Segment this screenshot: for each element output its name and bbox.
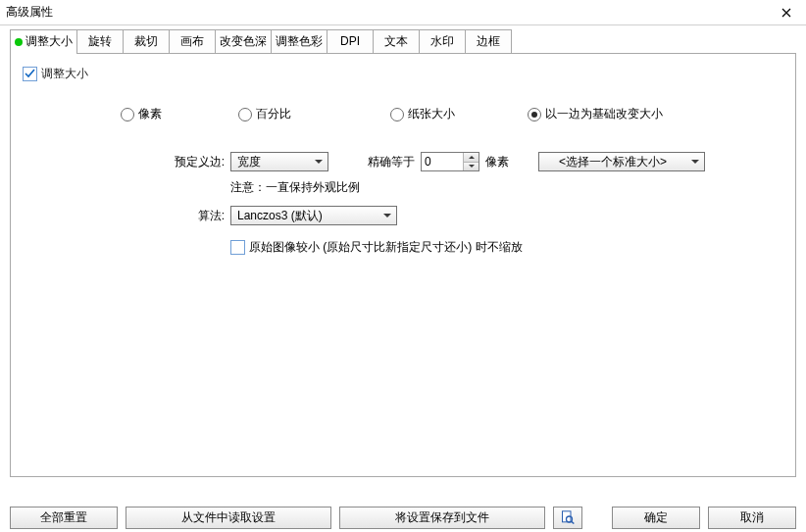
standard-size-value: <选择一个标准大小>	[559, 154, 667, 170]
svg-line-2	[572, 521, 575, 523]
radio-pixel-label: 像素	[138, 106, 162, 122]
tab-label: 画布	[180, 34, 204, 48]
tab-label: 裁切	[134, 34, 158, 48]
tab-label: 调整色彩	[276, 34, 323, 48]
ok-button[interactable]: 确定	[612, 507, 700, 529]
tab-adjust-color[interactable]: 调整色彩	[271, 29, 327, 53]
radio-side-based-label: 以一边为基础改变大小	[545, 106, 663, 122]
button-label: 将设置保存到文件	[395, 509, 489, 526]
tab-border[interactable]: 边框	[465, 29, 512, 53]
tab-rotate[interactable]: 旋转	[76, 29, 124, 53]
tab-label: 水印	[430, 34, 454, 48]
algorithm-value: Lanczos3 (默认)	[237, 208, 323, 224]
button-label: 全部重置	[40, 509, 87, 526]
tab-watermark[interactable]: 水印	[419, 29, 466, 53]
predefine-side-label: 预定义边:	[170, 154, 225, 170]
tab-crop[interactable]: 裁切	[123, 29, 170, 53]
tab-label: 旋转	[88, 34, 112, 48]
check-icon	[25, 69, 35, 79]
algorithm-label: 算法:	[170, 208, 225, 224]
standard-size-select[interactable]: <选择一个标准大小>	[538, 152, 705, 171]
tab-label: 调整大小	[25, 34, 73, 48]
tab-label: 边框	[477, 34, 500, 48]
reset-all-button[interactable]: 全部重置	[10, 507, 118, 529]
footer-bar: 全部重置 从文件中读取设置 将设置保存到文件 确定 取消	[0, 499, 806, 532]
spinner-down-button[interactable]	[464, 162, 479, 171]
tab-label: 改变色深	[220, 34, 267, 48]
spinner-up-button[interactable]	[464, 153, 479, 162]
radio-paper-size-label: 纸张大小	[408, 106, 455, 122]
exact-unit-label: 像素	[485, 154, 509, 170]
radio-pixel[interactable]	[121, 108, 134, 121]
radio-side-based[interactable]	[528, 108, 541, 121]
tab-color-depth[interactable]: 改变色深	[215, 29, 272, 53]
radio-percent-label: 百分比	[256, 106, 291, 122]
active-indicator-icon	[15, 38, 23, 46]
no-enlarge-checkbox[interactable]	[230, 240, 245, 255]
tab-label: DPI	[340, 34, 360, 48]
tab-canvas[interactable]: 画布	[169, 29, 216, 53]
button-label: 从文件中读取设置	[181, 509, 276, 526]
predefine-side-select[interactable]: 宽度	[230, 152, 328, 171]
tab-resize[interactable]: 调整大小	[10, 29, 77, 53]
magnifier-page-icon	[561, 510, 575, 524]
exact-value-input[interactable]	[422, 153, 463, 170]
radio-paper-size[interactable]	[390, 108, 404, 121]
algorithm-select[interactable]: Lanczos3 (默认)	[230, 206, 397, 225]
close-button[interactable]	[773, 3, 800, 23]
button-label: 确定	[644, 509, 668, 526]
resize-checkbox[interactable]	[23, 67, 37, 81]
aspect-ratio-note: 注意：一直保持外观比例	[230, 179, 783, 196]
predefine-side-value: 宽度	[237, 154, 261, 170]
resize-panel: 调整大小 像素 百分比 纸张大小 以一边为基础改变大小 预定义边:	[10, 54, 796, 477]
tab-text[interactable]: 文本	[373, 29, 420, 53]
radio-percent[interactable]	[238, 108, 252, 121]
tab-bar: 调整大小 旋转 裁切 画布 改变色深 调整色彩 DPI 文本 水印 边框	[10, 29, 796, 54]
chevron-up-icon	[469, 156, 475, 159]
load-settings-button[interactable]: 从文件中读取设置	[126, 507, 331, 529]
button-label: 取消	[740, 509, 764, 526]
preview-button[interactable]	[553, 507, 582, 529]
cancel-button[interactable]: 取消	[708, 507, 796, 529]
chevron-down-icon	[469, 165, 475, 168]
exact-equals-label: 精确等于	[368, 154, 415, 170]
resize-checkbox-label: 调整大小	[41, 66, 88, 82]
no-enlarge-checkbox-label: 原始图像较小 (原始尺寸比新指定尺寸还小) 时不缩放	[249, 239, 523, 256]
close-icon	[781, 8, 791, 18]
exact-value-spinner[interactable]	[421, 152, 479, 171]
tab-dpi[interactable]: DPI	[327, 29, 374, 53]
window-title: 高级属性	[6, 4, 773, 21]
save-settings-button[interactable]: 将设置保存到文件	[339, 507, 545, 529]
tab-label: 文本	[384, 34, 408, 48]
